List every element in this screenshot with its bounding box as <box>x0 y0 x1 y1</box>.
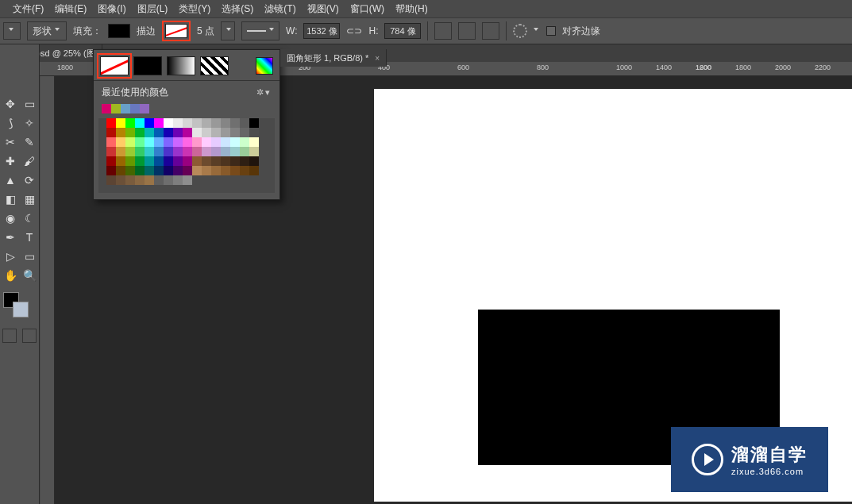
color-swatch[interactable] <box>164 137 173 147</box>
color-swatch[interactable] <box>154 166 164 175</box>
color-swatch[interactable] <box>116 156 125 166</box>
stamp-tool[interactable]: ▲ <box>2 171 19 189</box>
color-swatch[interactable] <box>154 118 164 128</box>
color-swatch[interactable] <box>164 118 173 128</box>
color-swatch[interactable] <box>249 128 259 137</box>
color-swatch[interactable] <box>135 118 145 128</box>
stroke-swatch-highlighted[interactable] <box>162 21 191 41</box>
gear-dropdown[interactable] <box>534 28 540 34</box>
menu-select[interactable]: 选择(S) <box>222 2 253 16</box>
color-swatch[interactable] <box>249 118 259 128</box>
color-swatch[interactable] <box>106 147 116 156</box>
color-swatch[interactable] <box>211 128 221 137</box>
align-edges-checkbox[interactable] <box>546 26 556 36</box>
lasso-tool[interactable]: ⟆ <box>2 114 19 132</box>
color-swatch[interactable] <box>145 118 154 128</box>
color-swatch[interactable] <box>192 166 202 175</box>
menu-layer[interactable]: 图层(L) <box>137 2 168 16</box>
color-swatch[interactable] <box>173 128 183 137</box>
color-swatch[interactable] <box>125 156 135 166</box>
color-swatch[interactable] <box>230 118 240 128</box>
color-swatch[interactable] <box>116 166 125 175</box>
color-swatch[interactable] <box>183 147 192 156</box>
color-swatch[interactable] <box>192 128 202 137</box>
color-swatch[interactable] <box>125 137 135 147</box>
gradient-tool[interactable]: ▦ <box>21 190 38 208</box>
eraser-tool[interactable]: ◧ <box>2 190 19 208</box>
pattern-swatch[interactable] <box>200 56 229 75</box>
color-swatch[interactable] <box>230 147 240 156</box>
color-swatch[interactable] <box>211 147 221 156</box>
gear-icon[interactable] <box>513 24 527 38</box>
color-swatch[interactable] <box>249 147 259 156</box>
recent-swatch[interactable] <box>111 104 121 113</box>
color-swatch[interactable] <box>116 147 125 156</box>
magic-wand-tool[interactable]: ✧ <box>21 114 38 132</box>
color-swatch[interactable] <box>173 137 183 147</box>
color-swatch[interactable] <box>240 128 249 137</box>
color-swatch[interactable] <box>106 175 116 185</box>
menu-image[interactable]: 图像(I) <box>98 2 125 16</box>
color-swatch[interactable] <box>211 118 221 128</box>
path-select-tool[interactable]: ▷ <box>2 248 19 265</box>
shape-mode-dropdown[interactable]: 形状 <box>27 21 67 40</box>
fg-bg-colors[interactable] <box>0 290 39 322</box>
color-swatch[interactable] <box>135 175 145 185</box>
blur-tool[interactable]: ◉ <box>2 210 19 227</box>
move-tool[interactable]: ✥ <box>2 95 19 113</box>
color-swatch[interactable] <box>164 166 173 175</box>
color-swatch[interactable] <box>173 147 183 156</box>
color-swatch[interactable] <box>221 147 230 156</box>
color-swatch[interactable] <box>183 128 192 137</box>
color-swatch[interactable] <box>202 137 211 147</box>
recent-swatch[interactable] <box>121 104 130 113</box>
width-field[interactable]: 1532 像 <box>303 23 340 39</box>
menu-help[interactable]: 帮助(H) <box>395 2 428 16</box>
color-swatch[interactable] <box>125 128 135 137</box>
menu-filter[interactable]: 滤镜(T) <box>264 2 295 16</box>
color-swatch[interactable] <box>183 137 192 147</box>
menu-edit[interactable]: 编辑(E) <box>55 2 87 16</box>
color-swatch[interactable] <box>183 166 192 175</box>
color-swatch[interactable] <box>202 128 211 137</box>
healing-tool[interactable]: ✚ <box>2 152 19 170</box>
color-swatch[interactable] <box>125 175 135 185</box>
pen-tool[interactable]: ✒ <box>2 229 19 246</box>
color-swatch[interactable] <box>202 166 211 175</box>
color-swatch[interactable] <box>125 147 135 156</box>
color-swatch[interactable] <box>230 128 240 137</box>
gear-menu-icon[interactable]: ✲▾ <box>256 87 272 98</box>
color-swatch[interactable] <box>240 137 249 147</box>
color-swatch[interactable] <box>164 156 173 166</box>
stroke-style-dropdown[interactable] <box>241 21 280 40</box>
path-op-2[interactable] <box>458 22 476 40</box>
color-swatch[interactable] <box>202 156 211 166</box>
color-swatch[interactable] <box>183 175 192 185</box>
color-swatch[interactable] <box>154 175 164 185</box>
menu-type[interactable]: 类型(Y) <box>179 2 210 16</box>
stroke-width[interactable]: 5 点 <box>197 25 214 38</box>
color-swatch[interactable] <box>164 147 173 156</box>
color-swatch[interactable] <box>154 156 164 166</box>
color-swatch[interactable] <box>154 137 164 147</box>
color-swatch[interactable] <box>192 147 202 156</box>
color-swatch[interactable] <box>192 137 202 147</box>
color-swatch[interactable] <box>173 166 183 175</box>
color-swatch[interactable] <box>230 156 240 166</box>
color-swatch[interactable] <box>145 147 154 156</box>
color-swatch[interactable] <box>135 137 145 147</box>
color-swatch[interactable] <box>135 147 145 156</box>
recent-swatch[interactable] <box>130 104 140 113</box>
color-swatch[interactable] <box>154 147 164 156</box>
height-field[interactable]: 784 像 <box>384 23 421 39</box>
eyedropper-tool[interactable]: ✎ <box>21 133 38 151</box>
color-swatch[interactable] <box>145 137 154 147</box>
color-swatch[interactable] <box>202 118 211 128</box>
dodge-tool[interactable]: ☾ <box>21 210 38 227</box>
color-swatch[interactable] <box>125 166 135 175</box>
link-icon[interactable]: ⊂⊃ <box>346 25 362 37</box>
menu-window[interactable]: 窗口(W) <box>350 2 384 16</box>
color-swatch[interactable] <box>240 166 249 175</box>
color-swatch[interactable] <box>249 166 259 175</box>
shape-tool[interactable]: ▭ <box>21 248 38 265</box>
